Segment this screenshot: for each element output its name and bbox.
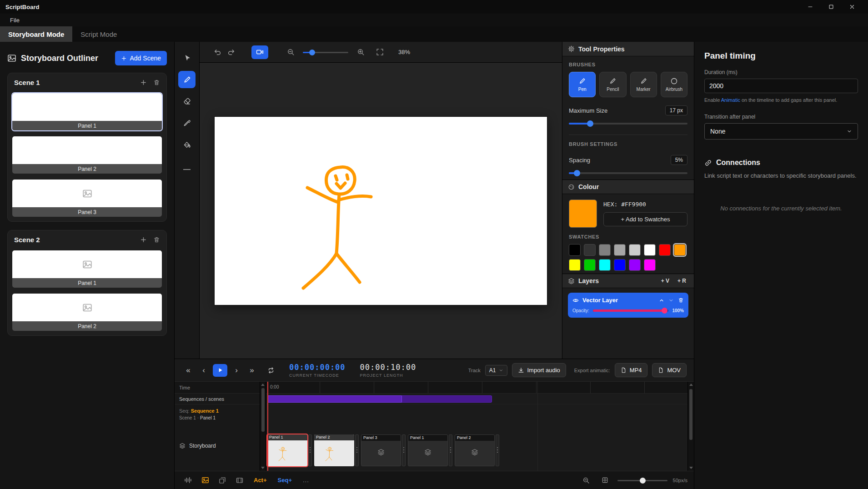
swatch[interactable]	[629, 259, 641, 271]
scroll-down-arrow[interactable]	[689, 467, 693, 469]
timeline-clip[interactable]: Panel 2	[455, 434, 495, 466]
add-scene-button[interactable]: Add Scene	[115, 51, 167, 65]
add-sequence-button[interactable]: Seq+	[274, 477, 296, 484]
add-act-button[interactable]: Act+	[250, 477, 271, 484]
swatch[interactable]	[614, 259, 626, 271]
export-mov-button[interactable]: MOV	[652, 363, 687, 377]
swatch[interactable]	[569, 244, 581, 256]
sequence-segment-scene2[interactable]	[402, 395, 492, 403]
next-frame-button[interactable]: ›	[230, 364, 243, 377]
zoom-out-button[interactable]	[284, 45, 297, 59]
brush-pencil-button[interactable]: Pencil	[599, 72, 626, 97]
zoom-in-button[interactable]	[354, 45, 367, 59]
minimize-button[interactable]	[800, 0, 821, 14]
scroll-up-arrow[interactable]	[689, 384, 693, 386]
slider-thumb[interactable]	[587, 120, 593, 127]
move-layer-down-icon[interactable]	[668, 298, 674, 303]
slider-thumb[interactable]	[574, 170, 580, 176]
panel-item[interactable]: Panel 2	[12, 136, 162, 174]
zoom-slider-thumb[interactable]	[309, 50, 315, 55]
timeline-clip[interactable]: Panel 1	[408, 434, 448, 466]
shot-camera-button[interactable]	[251, 45, 268, 59]
brush-marker-button[interactable]: Marker	[630, 72, 657, 97]
layer-item-vector[interactable]: Vector Layer Opacity:	[568, 293, 688, 318]
brush-pen-button[interactable]: Pen	[569, 72, 596, 97]
clip-resize-handle[interactable]	[308, 434, 312, 466]
swatch[interactable]	[659, 244, 671, 256]
scroll-up-arrow[interactable]	[261, 384, 265, 386]
clip-resize-handle[interactable]	[496, 434, 499, 466]
sequence-segment-scene1[interactable]	[267, 395, 402, 403]
play-button[interactable]	[213, 364, 227, 377]
clip-resize-handle[interactable]	[449, 434, 452, 466]
storyboard-track-button[interactable]	[198, 474, 212, 487]
clip-resize-handle[interactable]	[402, 434, 406, 466]
animatic-link[interactable]: Animatic	[721, 97, 740, 103]
timeline-vertical-scrollbar-right[interactable]	[687, 382, 694, 471]
add-vector-layer-button[interactable]: + V	[659, 277, 672, 285]
swatch[interactable]	[584, 244, 596, 256]
clip-resize-handle[interactable]	[355, 434, 359, 466]
import-audio-button[interactable]: Import audio	[512, 363, 566, 377]
swatch[interactable]	[599, 244, 611, 256]
scroll-down-arrow[interactable]	[261, 467, 265, 469]
previous-frame-button[interactable]: ‹	[197, 364, 210, 377]
undo-button[interactable]	[211, 45, 224, 59]
add-raster-layer-button[interactable]: + R	[675, 277, 688, 285]
eyedropper-tool-button[interactable]	[178, 115, 196, 132]
eraser-tool-button[interactable]	[178, 93, 196, 110]
swatch[interactable]	[644, 244, 656, 256]
export-mp4-button[interactable]: MP4	[615, 363, 648, 377]
skip-to-end-button[interactable]: »	[246, 364, 258, 377]
slider-thumb[interactable]	[640, 478, 646, 484]
duration-input[interactable]	[704, 79, 858, 93]
timeline-vertical-scrollbar-left[interactable]	[260, 382, 266, 471]
timeline-grid-button[interactable]	[598, 474, 612, 487]
frames-view-button[interactable]	[216, 474, 229, 487]
timeline-clip[interactable]: Panel 1	[267, 434, 307, 466]
tab-script-mode[interactable]: Script Mode	[72, 26, 125, 42]
drawing-canvas[interactable]	[215, 117, 547, 305]
opacity-slider[interactable]	[593, 308, 669, 314]
timeline-zoom-slider[interactable]	[617, 477, 667, 484]
tab-storyboard-mode[interactable]: Storyboard Mode	[0, 26, 72, 42]
fit-screen-button[interactable]	[373, 45, 386, 59]
opacity-slider-thumb[interactable]	[662, 308, 667, 314]
swatch[interactable]	[644, 259, 656, 271]
timeline-content[interactable]: 0:00 Panel 1	[266, 382, 687, 471]
timeline-clip[interactable]: Panel 2	[314, 434, 354, 466]
timeline-ruler[interactable]: 0:00	[266, 382, 687, 394]
film-view-button[interactable]	[233, 474, 246, 487]
select-tool-button[interactable]	[178, 49, 196, 66]
timeline-clip[interactable]: Panel 3	[361, 434, 401, 466]
transition-select[interactable]: None	[704, 123, 858, 140]
loop-button[interactable]	[265, 364, 277, 377]
swatch[interactable]	[569, 259, 581, 271]
scrollbar-thumb[interactable]	[689, 389, 692, 440]
spacing-slider[interactable]	[569, 170, 687, 177]
pen-tool-button[interactable]	[178, 71, 196, 88]
redo-button[interactable]	[224, 45, 238, 59]
panel-item[interactable]: Panel 3	[12, 180, 162, 217]
zoom-slider[interactable]	[303, 49, 348, 55]
delete-scene-icon[interactable]	[153, 79, 160, 86]
swatch[interactable]	[674, 244, 686, 256]
panel-item[interactable]: Panel 1	[12, 93, 162, 130]
scrollbar-thumb[interactable]	[261, 388, 265, 432]
add-to-swatches-button[interactable]: + Add to Swatches	[603, 212, 687, 226]
fill-tool-button[interactable]	[178, 136, 196, 154]
timeline-zoom-button[interactable]	[579, 474, 593, 487]
swatch[interactable]	[584, 259, 596, 271]
more-options-button[interactable]: ...	[299, 477, 313, 484]
swatch[interactable]	[614, 244, 626, 256]
maximize-button[interactable]	[821, 0, 842, 14]
delete-layer-icon[interactable]	[678, 297, 684, 303]
add-panel-icon[interactable]	[140, 236, 147, 243]
playhead[interactable]	[267, 382, 268, 471]
panel-item[interactable]: Panel 1	[12, 250, 162, 288]
skip-to-start-button[interactable]: «	[182, 364, 195, 377]
move-layer-up-icon[interactable]	[659, 298, 664, 303]
panel-item[interactable]: Panel 2	[12, 294, 162, 331]
add-panel-icon[interactable]	[140, 79, 147, 86]
swatch[interactable]	[599, 259, 611, 271]
